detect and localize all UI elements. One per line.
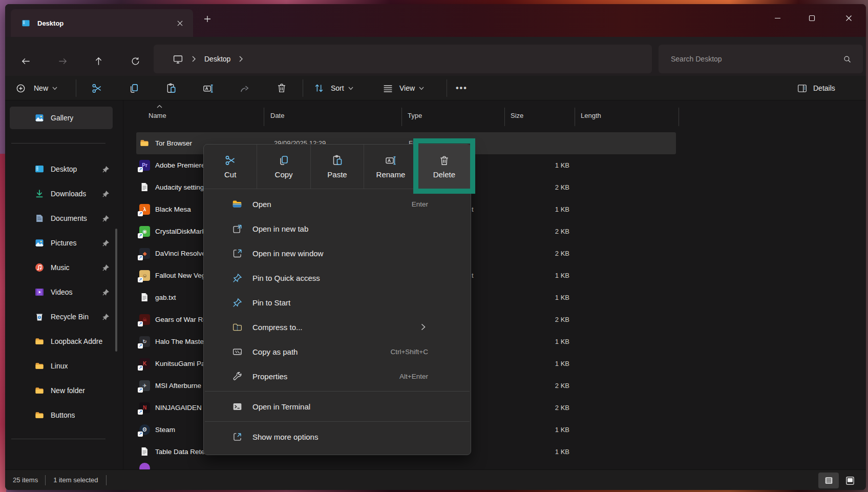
file-name: CrystalDiskMark bbox=[155, 228, 205, 235]
menu-item-compress-to-[interactable]: Compress to... bbox=[204, 315, 471, 339]
text-document-icon bbox=[139, 292, 150, 303]
wrench-icon bbox=[231, 371, 243, 382]
menu-item-shortcut: Ctrl+Shift+C bbox=[390, 348, 428, 356]
shortcut-arrow-icon: ↗ bbox=[138, 167, 143, 172]
quick-action-label: Cut bbox=[224, 170, 236, 179]
app-shortcut-icon: ◆↗ bbox=[139, 248, 150, 259]
app-shortcut-icon: N↗ bbox=[139, 402, 150, 413]
menu-item-label: Pin to Quick access bbox=[252, 274, 320, 282]
file-name: MSI Afterburne bbox=[155, 382, 201, 389]
file-name: Halo The Maste bbox=[155, 338, 204, 345]
app-shortcut-icon: ↻↗ bbox=[139, 336, 150, 347]
paste-icon bbox=[331, 154, 344, 167]
menu-item-label: Properties bbox=[252, 372, 287, 381]
file-size: 1 KB bbox=[517, 448, 569, 456]
copy-icon bbox=[278, 154, 290, 167]
menu-item-shortcut: Alt+Enter bbox=[399, 373, 428, 380]
file-size: 1 KB bbox=[517, 338, 569, 345]
file-name: Black Mesa bbox=[155, 206, 191, 213]
terminal-icon bbox=[231, 401, 243, 412]
text-document-icon bbox=[139, 446, 150, 457]
menu-item-open-in-terminal[interactable]: Open in Terminal bbox=[204, 394, 471, 419]
menu-item-open-in-new-tab[interactable]: Open in new tab bbox=[204, 216, 471, 241]
copy-path-icon bbox=[231, 346, 243, 357]
menu-item-label: Copy as path bbox=[252, 347, 298, 356]
menu-separator bbox=[205, 421, 470, 422]
file-size: 1 KB bbox=[517, 206, 569, 213]
menu-item-label: Show more options bbox=[252, 433, 318, 441]
file-name: Table Data Reter bbox=[155, 448, 207, 456]
file-name: Audacity setting bbox=[155, 183, 204, 191]
menu-item-open[interactable]: OpenEnter bbox=[204, 192, 471, 216]
menu-item-copy-as-path[interactable]: Copy as pathCtrl+Shift+C bbox=[204, 339, 471, 364]
shortcut-arrow-icon: ↗ bbox=[138, 233, 143, 238]
status-bar: 25 items 1 item selected bbox=[5, 469, 866, 490]
shortcut-arrow-icon: ↗ bbox=[138, 321, 143, 326]
shortcut-arrow-icon: ↗ bbox=[138, 365, 143, 371]
chevron-right-icon bbox=[421, 323, 426, 331]
file-size: 1 KB bbox=[517, 426, 569, 434]
copy-button[interactable]: Copy bbox=[257, 145, 310, 189]
menu-separator bbox=[205, 391, 470, 392]
file-name: KunitsuGami Pa bbox=[155, 360, 205, 367]
file-name: gab.txt bbox=[155, 294, 176, 301]
shortcut-arrow-icon: ↗ bbox=[138, 343, 143, 348]
details-view-toggle[interactable] bbox=[818, 473, 839, 488]
quick-action-label: Copy bbox=[275, 170, 293, 179]
app-shortcut-icon: Pr↗ bbox=[139, 160, 150, 171]
status-divider bbox=[106, 475, 107, 485]
file-size: 1 KB bbox=[517, 272, 569, 279]
app-shortcut-icon: ʘ↗ bbox=[139, 424, 150, 435]
app-shortcut-icon: K↗ bbox=[139, 358, 150, 369]
file-type-tail: t bbox=[472, 272, 474, 279]
scissors-icon bbox=[224, 154, 237, 167]
menu-item-properties[interactable]: PropertiesAlt+Enter bbox=[204, 364, 471, 388]
menu-item-show-more-options[interactable]: Show more options bbox=[204, 424, 471, 449]
file-size: 2 KB bbox=[517, 382, 569, 389]
shortcut-arrow-icon: ↗ bbox=[138, 432, 143, 437]
quick-action-label: Rename bbox=[376, 170, 406, 179]
rename-icon bbox=[385, 154, 397, 167]
app-shortcut-icon: ☠↗ bbox=[139, 314, 150, 325]
file-size: 2 KB bbox=[517, 316, 569, 323]
context-menu-items: OpenEnterOpen in new tabOpen in new wind… bbox=[204, 189, 471, 452]
folder-icon bbox=[139, 138, 150, 149]
app-shortcut-icon: λ↗ bbox=[139, 204, 150, 215]
menu-item-pin-to-quick-access[interactable]: Pin to Quick access bbox=[204, 265, 471, 290]
pin-icon bbox=[231, 273, 243, 283]
menu-item-label: Open bbox=[252, 200, 271, 209]
shortcut-arrow-icon: ↗ bbox=[138, 255, 143, 260]
file-size: 2 KB bbox=[517, 404, 569, 412]
menu-item-label: Open in Terminal bbox=[252, 402, 310, 411]
zip-folder-icon bbox=[231, 322, 243, 333]
thumbnail-view-toggle[interactable] bbox=[841, 473, 859, 488]
open-folder-icon bbox=[231, 198, 243, 210]
text-document-icon bbox=[139, 182, 150, 193]
file-explorer-window: Desktop bbox=[5, 4, 866, 490]
file-size: 1 KB bbox=[517, 294, 569, 301]
selection-count: 1 item selected bbox=[53, 476, 98, 484]
menu-item-shortcut: Enter bbox=[412, 200, 428, 208]
shortcut-arrow-icon: ↗ bbox=[138, 277, 143, 282]
file-name: Adobe Premiere bbox=[155, 161, 205, 169]
quick-action-label: Paste bbox=[327, 170, 347, 179]
paste-button[interactable]: Paste bbox=[310, 145, 364, 189]
pin-icon bbox=[231, 297, 243, 308]
rename-button[interactable]: Rename bbox=[364, 145, 417, 189]
menu-item-pin-to-start[interactable]: Pin to Start bbox=[204, 290, 471, 315]
file-type-tail: t bbox=[472, 206, 474, 213]
file-size: 2 KB bbox=[517, 228, 569, 235]
menu-item-label: Open in new window bbox=[252, 249, 323, 258]
open-new-tab-icon bbox=[231, 223, 243, 234]
file-name: Tor Browser bbox=[155, 139, 192, 147]
menu-item-open-in-new-window[interactable]: Open in new window bbox=[204, 241, 471, 265]
cut-button[interactable]: Cut bbox=[204, 145, 257, 189]
file-name: Fallout New Veg bbox=[155, 272, 205, 279]
file-size: 2 KB bbox=[517, 250, 569, 257]
shortcut-arrow-icon: ↗ bbox=[138, 211, 143, 216]
file-name: DaVinci Resolve bbox=[155, 250, 206, 257]
file-size: 1 KB bbox=[517, 360, 569, 367]
menu-item-label: Compress to... bbox=[252, 323, 303, 332]
open-new-window-icon bbox=[231, 248, 243, 259]
item-count: 25 items bbox=[13, 476, 38, 484]
